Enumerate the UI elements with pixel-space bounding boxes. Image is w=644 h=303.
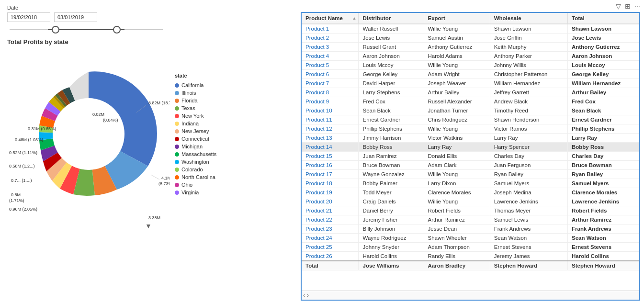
table-row: Product 24 Wayne Rodriguez Shawn Wheeler… — [302, 234, 639, 243]
cell-total: Louis Mccoy — [567, 61, 639, 70]
legend-label-newjersey: New Jersey — [181, 128, 209, 134]
cell-export: Donald Ellis — [424, 152, 490, 161]
date-to-input[interactable]: 03/01/2019 — [54, 12, 97, 22]
table-row: Product 26 Harold Collins Randy Ellis Je… — [302, 252, 639, 261]
table-row: Product 5 Louis Mccoy Willie Young Johnn… — [302, 61, 639, 70]
cell-total-wholesale: Stephen Howard — [490, 261, 567, 270]
chart-title: Total Profits by state — [7, 38, 290, 45]
cell-total: Clarence Morales — [567, 188, 639, 197]
bottom-scroll-bar[interactable]: ‹ › — [302, 291, 639, 300]
table-row: Product 2 Jose Lewis Samuel Austin Jose … — [302, 34, 639, 43]
cell-product: Product 3 — [302, 43, 359, 52]
donut-svg: 8.82M (18.77%) 4.1M (8.73%) 3.38M (7.19%… — [7, 48, 170, 220]
table-row: Product 10 Sean Black Jonathan Turner Ti… — [302, 106, 639, 115]
legend: state California Illinois Florida Texas … — [175, 73, 216, 195]
legend-dot-ohio — [175, 183, 179, 187]
cell-product: Product 8 — [302, 88, 359, 97]
legend-dot-virginia — [175, 191, 179, 195]
cell-wholesale: Larry Ray — [490, 134, 567, 143]
table-row: Product 25 Johnny Snyder Adam Thompson E… — [302, 243, 639, 252]
cell-wholesale: Samuel Lewis — [490, 215, 567, 224]
cell-wholesale: William Hernandez — [490, 79, 567, 88]
cell-wholesale: Charles Day — [490, 152, 567, 161]
label-florida1: 3.38M — [148, 215, 160, 220]
table-row: Product 14 Bobby Ross Larry Ray Harry Sp… — [302, 143, 639, 152]
filter-icon[interactable]: ▽ — [616, 2, 621, 10]
cell-product: Product 13 — [302, 134, 359, 143]
date-label: Date — [7, 5, 290, 11]
legend-item-illinois: Illinois — [175, 90, 216, 96]
table-row: Product 6 George Kelley Adam Wright Chri… — [302, 70, 639, 79]
cell-product: Product 4 — [302, 52, 359, 61]
cell-distributor: David Harper — [359, 79, 424, 88]
date-slider[interactable] — [10, 25, 163, 34]
more-icon[interactable]: ··· — [634, 2, 640, 10]
cell-export: Samuel Austin — [424, 34, 490, 43]
table-row: Product 3 Russell Grant Anthony Gutierre… — [302, 43, 639, 52]
table-row: Product 11 Ernest Gardner Chris Rodrigue… — [302, 115, 639, 124]
scroll-down-indicator[interactable]: ▼ — [7, 222, 290, 230]
label-massachusetts: 0.96M (2.05%) — [9, 207, 37, 212]
cell-distributor: Bobby Palmer — [359, 179, 424, 188]
cell-export: Russell Alexander — [424, 97, 490, 106]
label-washington1: 0.8M — [11, 192, 21, 197]
legend-label-texas: Texas — [181, 105, 195, 111]
date-from-input[interactable]: 19/02/2018 — [7, 12, 50, 22]
cell-distributor: Wayne Rodriguez — [359, 234, 424, 243]
label-colorado: 0.7... (1....) — [11, 178, 32, 183]
cell-distributor: Billy Johnson — [359, 224, 424, 234]
cell-product: Product 19 — [302, 188, 359, 197]
cell-product: Product 5 — [302, 61, 359, 70]
cell-export: Larry Ray — [424, 143, 490, 152]
legend-item-ohio: Ohio — [175, 182, 216, 188]
cell-distributor: George Kelley — [359, 70, 424, 79]
layout-icon[interactable]: ⊞ — [625, 2, 631, 10]
cell-total: Harold Collins — [567, 252, 639, 261]
legend-dot-newyork — [175, 114, 179, 118]
label-california: 8.82M (18.77%) — [148, 101, 170, 105]
scroll-right-icon[interactable]: › — [307, 292, 309, 299]
table-row: Product 16 Bruce Bowman Adam Clark Juan … — [302, 161, 639, 170]
table-row: Product 7 David Harper Joseph Weaver Wil… — [302, 79, 639, 88]
legend-item-newjersey: New Jersey — [175, 128, 216, 134]
legend-label-washington: Washington — [181, 159, 209, 165]
legend-label-ohio: Ohio — [181, 182, 192, 188]
slider-thumb-left[interactable] — [52, 26, 59, 34]
col-header-wholesale: Wholesale — [490, 13, 567, 24]
cell-export: Jonathan Turner — [424, 106, 490, 115]
cell-total: Ernest Stevens — [567, 243, 639, 252]
legend-item-connecticut: Connecticut — [175, 136, 216, 142]
cell-total: Larry Ray — [567, 134, 639, 143]
cell-distributor: Sean Black — [359, 106, 424, 115]
table-row: Product 13 Jimmy Harrison Victor Watkins… — [302, 134, 639, 143]
col-header-product: Product Name ▲ — [302, 13, 359, 24]
cell-distributor: Craig Daniels — [359, 197, 424, 206]
cell-distributor: Larry Stephens — [359, 88, 424, 97]
legend-label-florida: Florida — [181, 98, 198, 103]
legend-dot-northcarolina — [175, 175, 179, 180]
cell-wholesale: Ryan Bailey — [490, 170, 567, 179]
cell-export: Arthur Ramirez — [424, 215, 490, 224]
cell-export: Willie Young — [424, 24, 490, 34]
cell-wholesale: Juan Ferguson — [490, 161, 567, 170]
cell-total: Bruce Bowman — [567, 161, 639, 170]
label-virginia: 0.48M (1.03%) — [15, 137, 43, 142]
cell-total-distributor: Jose Williams — [359, 261, 424, 270]
cell-export: Willie Young — [424, 197, 490, 206]
chevron-down-icon[interactable]: ▼ — [145, 222, 152, 230]
cell-export: Willie Young — [424, 170, 490, 179]
cell-total: Arthur Ramirez — [567, 215, 639, 224]
cell-total: Ryan Bailey — [567, 170, 639, 179]
cell-distributor: Jeremy Fisher — [359, 215, 424, 224]
cell-total: Aaron Johnson — [567, 52, 639, 61]
scroll-left-icon[interactable]: ‹ — [303, 292, 305, 299]
cell-wholesale: Joseph Medina — [490, 188, 567, 197]
slider-thumb-right[interactable] — [113, 26, 121, 34]
legend-item-colorado: Colorado — [175, 167, 216, 172]
table-scroll[interactable]: Product Name ▲ Distributor Export Wholes… — [302, 13, 639, 291]
cell-export: Anthony Gutierrez — [424, 43, 490, 52]
cell-wholesale: Lawrence Jenkins — [490, 197, 567, 206]
cell-total: Sean Watson — [567, 234, 639, 243]
cell-wholesale: Jeremy James — [490, 252, 567, 261]
label-illinois1: 4.1M — [161, 176, 170, 180]
